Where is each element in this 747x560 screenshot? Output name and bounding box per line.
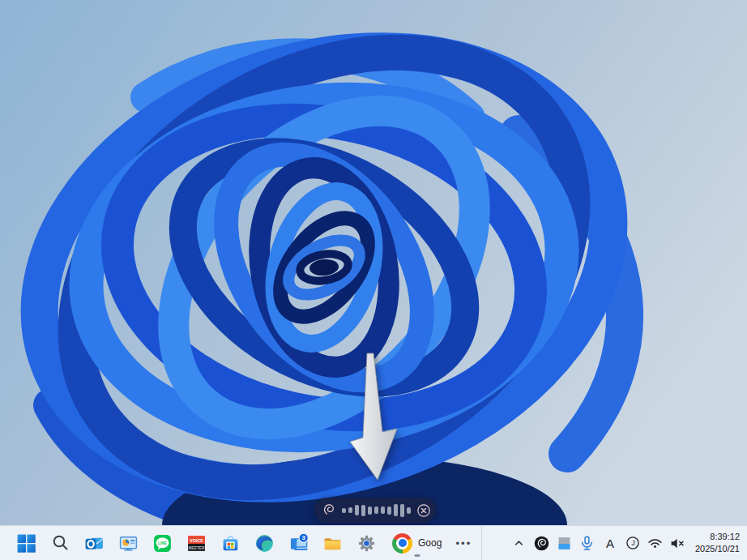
tray-network-button[interactable]: [645, 528, 666, 558]
desktop: LINE VOICE MEETER: [0, 0, 747, 560]
tray-clock[interactable]: 8:39:12 2025/10/21: [690, 531, 740, 555]
audio-level-bar: [387, 507, 391, 515]
phone-link-badge: 3: [302, 534, 306, 541]
taskbar-app-system-monitor[interactable]: [113, 528, 144, 558]
audio-level-bar: [368, 507, 372, 515]
audio-level-bar: [355, 505, 359, 515]
search-icon: [51, 533, 70, 553]
voicemeeter-bottom-label: MEETER: [189, 545, 205, 549]
chevron-up-icon: [513, 537, 525, 549]
audio-level-bar: [374, 507, 378, 514]
system-monitor-icon: [118, 533, 139, 554]
down-arrow-annotation: [340, 348, 413, 486]
audio-level-bar: [381, 507, 385, 514]
phone-link-icon: 3: [288, 532, 309, 554]
audio-level-bar: [394, 504, 398, 516]
j-circle-label: J: [631, 539, 635, 547]
taskbar-app-line[interactable]: LINE: [147, 528, 178, 558]
file-explorer-icon: [322, 533, 343, 554]
taskbar-app-chrome[interactable]: Goog: [385, 528, 449, 558]
tray-level-meter-button[interactable]: [554, 528, 575, 558]
taskbar-app-microsoft-store[interactable]: [215, 528, 246, 558]
clock-time: 8:39:12: [695, 531, 740, 543]
tray-show-hidden-icons-button[interactable]: [509, 528, 530, 558]
taskbar-overflow-button[interactable]: •••: [451, 528, 476, 558]
audio-level-bars: [342, 502, 411, 519]
start-button[interactable]: [11, 528, 42, 558]
taskbar-app-settings[interactable]: [351, 528, 382, 558]
outlook-icon: [84, 533, 105, 554]
edge-icon: [254, 533, 275, 554]
tray-j-app-button[interactable]: J: [622, 528, 643, 558]
microphone-icon: [578, 535, 595, 552]
wifi-icon: [647, 535, 664, 552]
tray-ear-app-button[interactable]: [531, 528, 553, 558]
line-icon: LINE: [152, 533, 173, 554]
taskbar-app-edge[interactable]: [249, 528, 280, 558]
windows-logo-icon: [16, 533, 36, 554]
tray-ime-mode-button[interactable]: A: [600, 528, 621, 558]
clock-date: 2025/10/21: [695, 543, 740, 555]
audio-level-bar: [400, 504, 404, 517]
audio-level-bar: [361, 505, 365, 516]
listening-indicator-pill: [314, 498, 436, 523]
search-button[interactable]: [45, 528, 76, 558]
ear-icon: [321, 502, 337, 519]
taskbar-app-outlook[interactable]: [79, 528, 110, 558]
audio-level-bar: [407, 507, 411, 514]
tray-microphone-button[interactable]: [577, 528, 598, 558]
ime-mode-label: A: [604, 536, 617, 550]
audio-level-bar: [342, 508, 346, 513]
taskbar-divider: [481, 526, 482, 560]
ear-app-icon: [533, 535, 550, 552]
line-label: LINE: [158, 541, 167, 545]
overflow-dots-icon: •••: [450, 537, 478, 549]
audio-level-bar: [348, 507, 352, 513]
tray-volume-button[interactable]: [668, 528, 689, 558]
system-tray: A J: [509, 526, 747, 560]
chrome-icon: [392, 533, 412, 554]
taskbar-app-file-explorer[interactable]: [317, 528, 348, 558]
level-meter-icon: [557, 536, 571, 550]
close-icon[interactable]: [416, 502, 432, 519]
taskbar: LINE VOICE MEETER: [0, 525, 747, 560]
taskbar-apps: LINE VOICE MEETER: [0, 526, 485, 560]
taskbar-app-phone-link[interactable]: 3: [283, 528, 314, 558]
chrome-window-label: Goog: [418, 537, 442, 549]
voicemeeter-icon: VOICE MEETER: [186, 533, 207, 554]
microsoft-store-icon: [220, 533, 241, 554]
taskbar-app-voicemeeter[interactable]: VOICE MEETER: [181, 528, 212, 558]
j-circle-icon: J: [625, 535, 641, 551]
settings-gear-icon: [356, 533, 377, 554]
voicemeeter-top-label: VOICE: [190, 537, 203, 542]
volume-muted-icon: [669, 535, 686, 552]
